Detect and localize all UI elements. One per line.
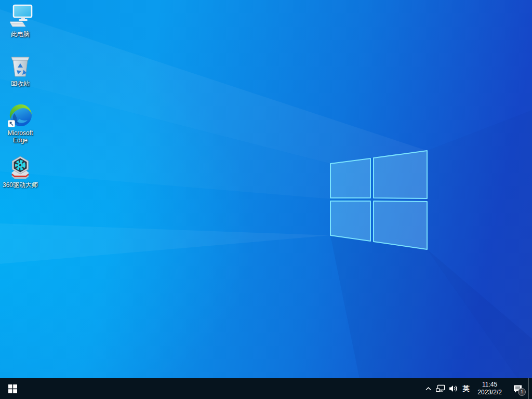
desktop-icon-label: 回收站 [11, 80, 30, 87]
hidden-icons-button[interactable] [422, 378, 434, 399]
desktop-icon-label: Microsoft Edge [1, 129, 39, 144]
desktop-icon-label: 此电脑 [11, 31, 30, 38]
taskbar: 英 11:45 2023/2/2 1 [0, 378, 532, 399]
desktop-icon-360-driver-master[interactable]: 360驱动大师 [1, 155, 39, 189]
desktop-icon-label: 360驱动大师 [3, 181, 38, 189]
chevron-up-icon [425, 385, 432, 392]
recycle-bin-icon [8, 54, 33, 78]
taskbar-empty-area [25, 378, 422, 399]
shortcut-arrow-icon [8, 120, 15, 127]
desktop-icon-this-pc[interactable]: 此电脑 [1, 4, 39, 38]
wallpaper-windows-logo [0, 0, 532, 399]
taskbar-clock[interactable]: 11:45 2023/2/2 [473, 378, 507, 399]
network-ethernet-icon [436, 384, 445, 393]
desktop-icon-microsoft-edge[interactable]: Microsoft Edge [1, 103, 39, 144]
clock-time: 11:45 [482, 381, 497, 389]
360-driver-master-icon [8, 155, 33, 180]
notification-badge: 1 [518, 388, 526, 396]
ime-indicator[interactable]: 英 [459, 378, 473, 399]
this-pc-icon [8, 4, 33, 29]
windows-start-icon [8, 384, 17, 393]
desktop-icon-recycle-bin[interactable]: 回收站 [1, 54, 39, 87]
desktop-background: 此电脑 回收站 [0, 0, 532, 399]
action-center-button[interactable]: 1 [507, 378, 528, 399]
system-tray: 英 11:45 2023/2/2 1 [422, 378, 532, 399]
clock-date: 2023/2/2 [477, 389, 502, 396]
volume-icon [449, 384, 458, 393]
edge-icon [8, 103, 33, 128]
start-button[interactable] [0, 378, 25, 399]
show-desktop-button[interactable] [528, 378, 532, 399]
volume-button[interactable] [447, 378, 459, 399]
network-button[interactable] [434, 378, 447, 399]
